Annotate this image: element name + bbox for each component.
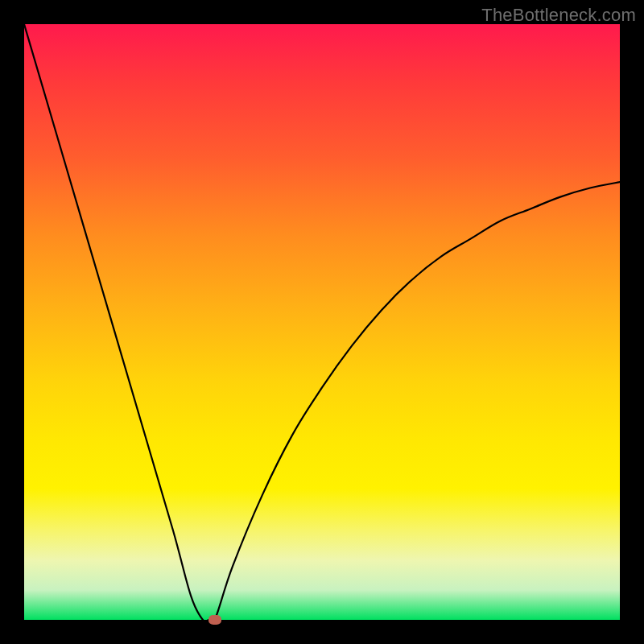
optimum-marker xyxy=(208,615,221,625)
bottleneck-curve xyxy=(24,24,620,620)
chart-frame: TheBottleneck.com xyxy=(0,0,644,644)
watermark-text: TheBottleneck.com xyxy=(481,5,636,26)
plot-area xyxy=(24,24,620,620)
